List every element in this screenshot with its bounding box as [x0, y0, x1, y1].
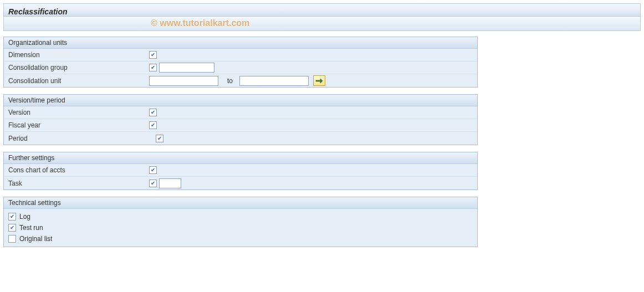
- original-list-label: Original list: [19, 235, 52, 243]
- group-further-settings: Further settings Cons chart of accts Tas…: [3, 152, 478, 190]
- version-checkbox[interactable]: [149, 109, 157, 116]
- page-title: Reclassification: [3, 3, 641, 17]
- test-run-checkbox[interactable]: [8, 224, 16, 232]
- test-run-label: Test run: [19, 224, 43, 232]
- group-header-org: Organizational units: [4, 37, 477, 49]
- cons-chart-checkbox[interactable]: [149, 166, 157, 174]
- task-checkbox[interactable]: [149, 180, 157, 187]
- consolidation-group-label: Consolidation group: [8, 64, 149, 71]
- version-label: Version: [8, 109, 149, 116]
- group-organizational-units: Organizational units Dimension Consolida…: [3, 37, 478, 88]
- task-label: Task: [8, 180, 149, 187]
- consolidation-group-input[interactable]: [159, 63, 214, 73]
- dimension-label: Dimension: [8, 51, 149, 59]
- consolidation-unit-from-input[interactable]: [149, 76, 218, 86]
- log-checkbox[interactable]: [8, 213, 16, 221]
- watermark-text: © www.tutorialkart.com: [151, 18, 249, 28]
- toolbar-ribbon: © www.tutorialkart.com: [3, 17, 641, 31]
- group-version-time-period: Version/time period Version Fiscal year …: [3, 94, 478, 145]
- log-label: Log: [19, 213, 30, 221]
- consolidation-group-checkbox[interactable]: [149, 64, 157, 71]
- period-checkbox[interactable]: [156, 135, 163, 142]
- cons-chart-label: Cons chart of accts: [8, 166, 149, 174]
- multiple-selection-button[interactable]: [313, 75, 325, 86]
- period-label: Period: [8, 135, 149, 142]
- task-input[interactable]: [159, 178, 181, 188]
- to-label: to: [227, 77, 233, 85]
- group-header-further: Further settings: [4, 152, 477, 164]
- fiscal-year-checkbox[interactable]: [149, 121, 157, 129]
- group-header-technical: Technical settings: [4, 197, 477, 209]
- consolidation-unit-label: Consolidation unit: [8, 77, 149, 85]
- group-header-version: Version/time period: [4, 95, 477, 106]
- group-technical-settings: Technical settings Log Test run Original…: [3, 197, 478, 247]
- dimension-checkbox[interactable]: [149, 51, 157, 59]
- consolidation-unit-to-input[interactable]: [239, 76, 309, 86]
- original-list-checkbox[interactable]: [8, 235, 16, 243]
- fiscal-year-label: Fiscal year: [8, 121, 149, 129]
- arrow-right-icon: [315, 78, 323, 84]
